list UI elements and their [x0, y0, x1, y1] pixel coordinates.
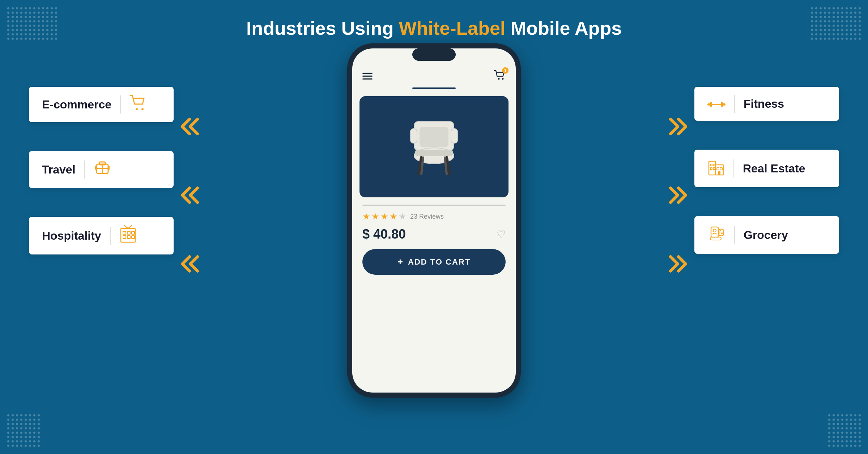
left-industry-cards: E-commerce Travel Hospitality: [29, 87, 174, 254]
card-divider: [733, 159, 734, 177]
grocery-icon: [707, 224, 726, 246]
price-row: $ 40.80 ♡: [362, 227, 506, 242]
right-industry-cards: Fitness Real Estate: [694, 87, 839, 254]
left-arrow-1: [175, 116, 204, 137]
svg-rect-24: [710, 168, 712, 170]
cart-badge: 1: [502, 67, 509, 74]
svg-point-34: [721, 233, 723, 234]
dots-bottom-right: for(let i=0;i<64;i++) document.currentSc…: [828, 414, 861, 447]
card-real-estate: Real Estate: [694, 150, 839, 187]
chair-image: [401, 111, 467, 183]
heart-icon: ♡: [497, 228, 506, 240]
card-fitness: Fitness: [694, 87, 839, 121]
svg-rect-28: [718, 171, 720, 175]
fitness-icon: [707, 95, 726, 113]
title-highlight: White-Label: [399, 18, 506, 39]
card-hospitality-label: Hospitality: [42, 229, 101, 243]
dots-bottom-left: for(let i=0;i<64;i++) document.currentSc…: [7, 414, 40, 447]
title-part2: Mobile Apps: [505, 18, 622, 39]
svg-rect-26: [717, 168, 719, 170]
page-title: Industries Using White-Label Mobile Apps: [0, 17, 868, 39]
svg-rect-47: [420, 127, 448, 147]
svg-rect-14: [132, 236, 135, 239]
hospitality-icon: [119, 225, 137, 247]
svg-rect-9: [123, 231, 126, 234]
card-divider: [110, 227, 111, 245]
svg-point-0: [136, 108, 138, 110]
svg-rect-46: [451, 129, 458, 143]
right-arrow-3: [664, 253, 693, 275]
screen-divider: [412, 87, 456, 89]
svg-rect-7: [108, 166, 110, 170]
svg-rect-17: [710, 102, 712, 107]
product-info: ★ ★ ★ ★ ★ 23 Reviews $ 40.80 ♡ + AD: [352, 197, 516, 393]
svg-rect-23: [713, 164, 715, 166]
svg-rect-10: [127, 231, 130, 234]
stars: ★ ★ ★ ★ ★: [362, 211, 407, 222]
star-1: ★: [362, 211, 370, 222]
card-divider: [84, 160, 85, 179]
reviews-text: 23 Reviews: [410, 213, 444, 220]
card-travel: Travel: [29, 151, 174, 188]
svg-point-30: [713, 229, 716, 232]
svg-rect-18: [721, 102, 723, 107]
card-grocery-label: Grocery: [744, 228, 788, 242]
card-grocery: Grocery: [694, 216, 839, 254]
phone-notch: [412, 48, 456, 61]
add-to-cart-button[interactable]: + ADD TO CART: [362, 249, 506, 275]
svg-rect-13: [127, 236, 130, 239]
ecommerce-icon: [129, 95, 147, 114]
svg-rect-22: [710, 164, 712, 166]
svg-rect-45: [410, 129, 417, 143]
cart-icon-wrap: 1: [494, 70, 506, 82]
svg-point-37: [502, 78, 504, 80]
phone-container: 1: [347, 43, 521, 398]
svg-point-33: [720, 230, 721, 231]
left-arrow-3: [175, 253, 204, 275]
title-part1: Industries Using: [246, 18, 399, 39]
add-to-cart-label: ADD TO CART: [408, 257, 471, 267]
phone: 1: [347, 43, 521, 398]
travel-icon: [94, 159, 111, 180]
hamburger-icon: [362, 73, 373, 80]
svg-point-36: [498, 78, 500, 80]
svg-rect-16: [723, 103, 726, 106]
card-travel-label: Travel: [42, 163, 76, 176]
card-ecommerce: E-commerce: [29, 87, 174, 122]
product-divider-top: [362, 205, 506, 206]
card-hospitality: Hospitality: [29, 217, 174, 254]
card-fitness-label: Fitness: [744, 97, 784, 111]
price-text: $ 40.80: [362, 227, 406, 242]
svg-point-1: [141, 108, 144, 110]
card-ecommerce-label: E-commerce: [42, 98, 111, 111]
svg-rect-19: [712, 104, 721, 105]
card-divider: [120, 95, 121, 113]
card-divider: [734, 226, 735, 244]
real-estate-icon: [707, 158, 725, 179]
svg-rect-40: [415, 150, 453, 156]
svg-rect-25: [713, 168, 715, 170]
svg-rect-12: [123, 236, 126, 239]
star-4: ★: [390, 211, 397, 222]
star-2: ★: [371, 211, 379, 222]
svg-rect-6: [95, 166, 97, 170]
phone-screen: 1: [352, 48, 516, 393]
right-arrow-1: [664, 116, 693, 137]
star-3: ★: [380, 211, 388, 222]
product-image-area: [359, 96, 509, 197]
svg-rect-15: [707, 103, 710, 106]
svg-rect-27: [720, 168, 722, 170]
card-divider: [734, 95, 735, 113]
card-real-estate-label: Real Estate: [743, 162, 805, 175]
plus-icon: +: [397, 256, 404, 267]
star-5: ★: [399, 211, 407, 222]
right-arrow-2: [664, 184, 693, 206]
left-arrow-2: [175, 184, 204, 206]
svg-rect-11: [132, 231, 135, 234]
rating-row: ★ ★ ★ ★ ★ 23 Reviews: [362, 211, 506, 222]
